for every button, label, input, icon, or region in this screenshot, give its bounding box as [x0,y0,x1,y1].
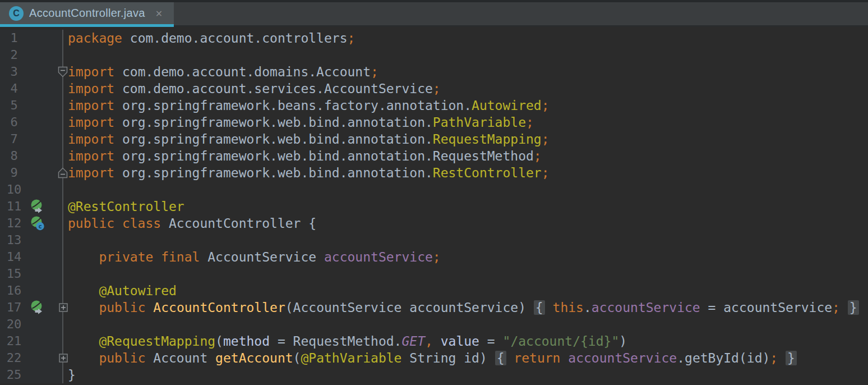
code-text[interactable]: import org.springframework.web.bind.anno… [63,131,868,148]
token-keyword: ; [534,149,542,163]
token-text: com.demo.account.domains.Account [114,65,371,79]
tab-close-icon[interactable]: ✕ [155,8,163,19]
code-line: 4import com.demo.account.services.Accoun… [0,80,868,97]
code-editor[interactable]: 1package com.demo.account.controllers;23… [0,27,868,385]
code-line: 1package com.demo.account.controllers; [0,30,868,47]
token-method: AccountController [153,300,285,315]
token-keyword: ; [542,132,550,146]
token-annotation: RestController [433,166,542,180]
token-keyword: import [68,166,114,180]
token-field: accountService [592,300,700,315]
token-string: "/account/{id}" [503,334,620,349]
spring-bean-icon[interactable] [31,199,44,214]
code-text[interactable] [63,265,868,282]
gutter-cell: 17 [0,299,63,316]
code-text[interactable]: package com.demo.account.controllers; [63,30,868,47]
code-text[interactable]: @RequestMapping(method = RequestMethod.G… [63,333,868,350]
line-number: 2 [0,47,28,63]
code-text[interactable]: import org.springframework.web.bind.anno… [63,148,868,164]
line-number: 8 [0,148,28,164]
token-attr: value [441,334,479,349]
token-text: = RequestMethod. [270,334,401,349]
code-line: 20 [0,316,868,333]
token-text: org.springframework.web.bind.annotation. [114,115,433,130]
gutter-cell: 5 [0,97,63,114]
spring-class-icon[interactable]: c [31,216,44,231]
code-line: 12 c public class AccountController { [0,215,868,232]
token-keyword: import [68,132,114,146]
code-text[interactable]: import org.springframework.beans.factory… [63,97,868,114]
code-line: 8import org.springframework.web.bind.ann… [0,148,868,164]
token-text [545,300,553,315]
token-text: AccountController { [161,216,316,231]
code-line: 11 @RestController [0,198,868,215]
code-text[interactable] [63,47,868,63]
code-text[interactable] [63,181,868,198]
token-keyword: public [99,351,145,365]
gutter-cell: 11 [0,198,63,215]
line-number: 10 [0,181,28,198]
token-field: accountService [324,250,433,264]
line-number: 21 [0,333,28,350]
gutter-cell: 6 [0,114,63,131]
token-text: org.springframework.beans.factory.annota… [114,98,472,113]
line-number: 1 [0,30,28,47]
fold-collapse-icon[interactable] [58,66,68,80]
token-text: org.springframework.web.bind.annotation. [114,132,433,146]
token-text: (AccountService accountService) [285,300,534,315]
code-text[interactable]: } [63,366,868,383]
code-line: 2 [0,47,868,63]
token-keyword: ; [542,166,550,180]
token-keyword: public class [68,216,161,231]
code-text[interactable]: private final AccountService accountServ… [63,249,868,265]
token-attr: method [223,334,270,349]
token-text: Account [145,351,215,365]
code-text[interactable]: import com.demo.account.domains.Account; [63,63,868,80]
gutter-cell: 1 [0,30,63,47]
code-text[interactable]: import org.springframework.web.bind.anno… [63,114,868,131]
code-text[interactable] [63,316,868,333]
token-annotation: Autowired [472,98,542,113]
fold-collapse-icon[interactable] [58,167,68,181]
gutter-cell: 25 [0,366,63,383]
token-keyword: private final [99,250,200,264]
code-text[interactable] [63,232,868,249]
token-keyword: this [553,300,584,315]
spring-bean-icon[interactable] [31,300,44,315]
code-text[interactable]: public Account getAccount(@PathVariable … [63,350,868,366]
gutter-cell: 10 [0,181,63,198]
token-field: accountService [568,351,677,365]
token-text: ) [619,334,627,349]
code-text[interactable]: import com.demo.account.services.Account… [63,80,868,97]
tab-bar: C AccountController.java ✕ [0,0,868,27]
code-line: 6import org.springframework.web.bind.ann… [0,114,868,131]
line-number: 15 [0,265,28,282]
line-number: 14 [0,249,28,265]
token-text [778,351,786,365]
token-foldbrace: { [495,351,506,365]
token-keyword: import [68,115,114,130]
token-text: } [68,368,76,382]
line-number: 6 [0,114,28,131]
token-foldbrace: } [848,300,859,315]
token-text [68,250,99,264]
fold-expand-icon[interactable] [59,354,68,365]
code-text[interactable]: @RestController [63,198,868,215]
editor-tab-accountcontroller[interactable]: C AccountController.java ✕ [0,2,174,27]
code-text[interactable]: public class AccountController { [63,215,868,232]
token-annotation: RequestMapping [433,132,542,146]
fold-expand-icon[interactable] [59,303,68,314]
token-keyword: public [99,300,145,315]
token-text: ( [293,351,301,365]
code-line: 21 @RequestMapping(method = RequestMetho… [0,333,868,350]
code-text[interactable]: @Autowired [63,282,868,299]
code-text[interactable]: public AccountController(AccountService … [63,299,868,316]
gutter-cell: 15 [0,265,63,282]
token-text: = accountService [700,300,832,315]
line-number: 3 [0,63,28,80]
code-text[interactable]: import org.springframework.web.bind.anno… [63,164,868,181]
java-class-icon: C [9,6,24,21]
token-text [506,351,514,365]
token-text: .getById(id) [677,351,770,365]
token-text: org.springframework.web.bind.annotation.… [114,149,534,163]
